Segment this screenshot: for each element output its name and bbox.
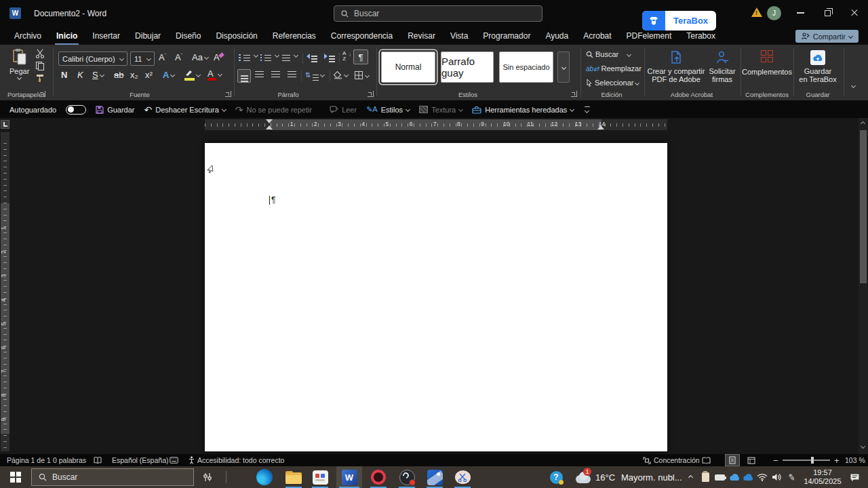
web-layout-button[interactable] — [747, 454, 755, 466]
bullets-button[interactable] — [239, 54, 258, 57]
onedrive-tray-icon[interactable] — [741, 466, 755, 488]
proofing-icon[interactable] — [94, 454, 102, 466]
read-aloud-button[interactable]: Leer — [330, 106, 357, 114]
quick-save-button[interactable]: Guardar — [96, 106, 134, 114]
font-color-button[interactable]: A — [208, 68, 222, 80]
taskbar-store-icon[interactable] — [307, 466, 333, 488]
text-effects-button[interactable]: A — [163, 70, 174, 80]
create-pdf-button[interactable]: Crear y compartir PDF de Adobe — [646, 50, 707, 83]
document-page[interactable]: ¶ — [205, 143, 667, 451]
taskbar-edge-icon[interactable] — [252, 466, 277, 488]
tab-insertar[interactable]: Insertar — [85, 28, 127, 44]
clock[interactable]: 19:57 14/05/2025 — [800, 466, 845, 488]
left-indent-marker[interactable] — [266, 125, 273, 129]
undo-button[interactable]: ↶ Deshacer Escritura — [144, 104, 225, 115]
weather-condition[interactable]: Mayorm. nubl... — [621, 466, 682, 488]
tab-stop-selector[interactable] — [1, 120, 9, 129]
keyboard-icon[interactable] — [170, 454, 178, 466]
clipboard-tray-icon[interactable] — [698, 466, 712, 488]
vertical-scrollbar[interactable] — [859, 118, 868, 454]
styles-dialog-launcher[interactable] — [571, 91, 577, 97]
volume-tray-icon[interactable] — [769, 466, 784, 488]
texture-button[interactable]: Textura — [419, 106, 462, 114]
close-button[interactable] — [840, 0, 868, 26]
toolbar-overflow-button[interactable] — [583, 106, 591, 113]
tab-acrobat[interactable]: Acrobat — [576, 28, 618, 44]
taskbar-search-box[interactable]: Buscar — [31, 468, 194, 486]
word-count[interactable]: 0 palabras — [53, 454, 86, 466]
tab-correspondencia[interactable]: Correspondencia — [323, 28, 400, 44]
font-size-select[interactable]: 11 — [130, 52, 155, 66]
right-indent-marker[interactable] — [597, 125, 604, 129]
taskbar-obs-icon[interactable] — [394, 466, 420, 488]
help-tray-icon[interactable]: ? — [548, 466, 564, 488]
first-line-indent-marker[interactable] — [266, 119, 273, 123]
pen-tray-icon[interactable]: ✎ — [784, 466, 799, 488]
share-button[interactable]: Compartir — [795, 30, 859, 43]
align-right-button[interactable] — [271, 71, 280, 72]
zoom-level[interactable]: 103 % — [845, 454, 865, 466]
scroll-up-arrow[interactable] — [861, 121, 865, 126]
weather-temperature[interactable]: 16°C — [595, 466, 615, 488]
sort-button[interactable]: AZ ↓ — [342, 51, 346, 62]
focus-mode-button[interactable]: Concentración — [643, 454, 700, 466]
style-parrafo-guay[interactable]: Parrafo guay — [441, 52, 494, 83]
restore-button[interactable] — [812, 0, 842, 26]
document-canvas[interactable]: ¶ — [0, 118, 857, 454]
weather-icon[interactable]: 1 — [573, 466, 593, 488]
multilevel-list-button[interactable] — [282, 54, 298, 57]
minimize-button[interactable] — [785, 0, 815, 26]
font-family-select[interactable]: Calibri (Cuerpo) — [58, 52, 127, 66]
decrease-indent-button[interactable] — [307, 54, 317, 59]
zoom-slider-thumb[interactable] — [811, 457, 814, 464]
horizontal-ruler[interactable]: 1234567891011121314 — [0, 119, 868, 130]
start-button[interactable] — [3, 466, 28, 488]
bold-button[interactable]: N — [61, 70, 67, 80]
zoom-out-button[interactable]: − — [773, 454, 778, 466]
select-button[interactable]: Seleccionar — [586, 79, 639, 87]
highlight-color-button[interactable] — [184, 70, 200, 80]
shading-button[interactable] — [334, 70, 348, 79]
italic-button[interactable]: K — [77, 70, 83, 80]
taskbar-photos-icon[interactable] — [422, 466, 448, 488]
format-painter-button[interactable] — [35, 73, 45, 83]
search-input[interactable]: Buscar — [334, 5, 542, 22]
action-center-icon[interactable] — [846, 466, 863, 488]
collapse-ribbon-button[interactable] — [851, 83, 856, 88]
style-sin-espaciado[interactable]: Sin espaciado — [499, 52, 553, 83]
cloud-sync-tray-icon[interactable] — [727, 466, 742, 488]
change-case-button[interactable]: Aa — [192, 52, 208, 62]
borders-button[interactable] — [354, 70, 369, 80]
autosave-toggle[interactable] — [66, 105, 86, 115]
grow-font-button[interactable]: Aˆ — [159, 52, 166, 62]
underline-button[interactable]: S — [92, 70, 104, 80]
superscript-button[interactable]: x² — [145, 70, 153, 80]
cut-button[interactable] — [35, 49, 45, 58]
read-mode-button[interactable] — [702, 454, 711, 466]
quick-styles-button[interactable]: ✎A Estilos — [366, 105, 410, 114]
tab-diseno[interactable]: Diseño — [168, 28, 208, 44]
terabox-button[interactable]: TeraBox — [642, 11, 716, 30]
save-to-terabox-button[interactable]: Guardar en TeraBox — [797, 50, 838, 83]
zoom-slider[interactable] — [783, 454, 830, 466]
line-spacing-button[interactable]: ⇅ — [305, 71, 324, 79]
tab-inicio[interactable]: Inicio — [49, 28, 85, 44]
subscript-button[interactable]: x₂ — [130, 70, 138, 80]
shrink-font-button[interactable]: Aˇ — [175, 52, 182, 62]
zoom-in-button[interactable]: + — [834, 454, 840, 466]
replace-button[interactable]: ab⇄ Reemplazar — [586, 64, 642, 73]
numbering-button[interactable] — [260, 54, 279, 57]
copy-button[interactable] — [35, 61, 45, 70]
battery-tray-icon[interactable] — [712, 466, 727, 488]
tab-vista[interactable]: Vista — [443, 28, 475, 44]
hidden-icons-chevron[interactable] — [684, 466, 697, 488]
find-button[interactable]: Buscar — [586, 50, 631, 58]
scrollbar-thumb[interactable] — [860, 130, 867, 283]
addins-button[interactable]: Complementos — [745, 50, 789, 76]
redo-button[interactable]: ↷ No se puede repetir — [235, 104, 312, 115]
print-layout-button[interactable] — [725, 454, 740, 466]
tab-ayuda[interactable]: Ayuda — [538, 28, 576, 44]
warning-icon[interactable]: ! — [751, 7, 762, 17]
strikethrough-button[interactable]: ab — [114, 70, 123, 80]
paragraph-dialog-launcher[interactable] — [368, 91, 374, 97]
